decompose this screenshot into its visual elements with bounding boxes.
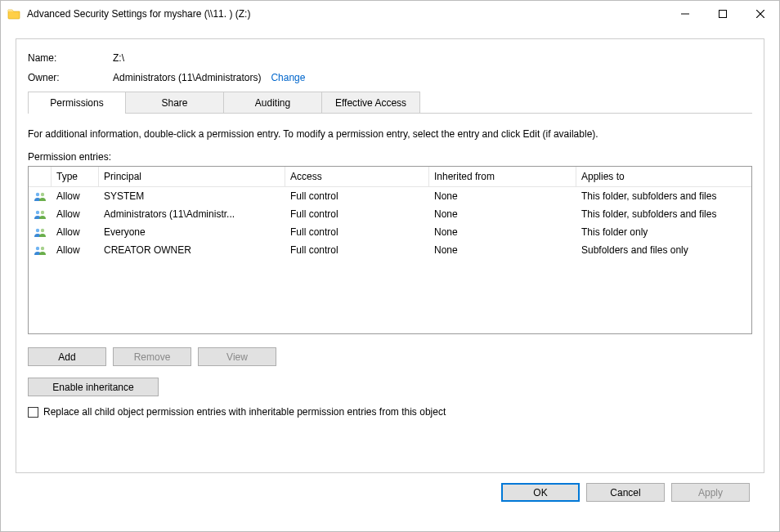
tab-share[interactable]: Share [126,92,224,114]
users-icon [29,190,52,203]
add-button[interactable]: Add [28,347,106,366]
cell-type: Allow [52,189,99,203]
tab-effective-access[interactable]: Effective Access [322,92,420,114]
col-inherited-header[interactable]: Inherited from [429,167,576,186]
cell-type: Allow [52,243,99,257]
cell-inherited: None [429,225,576,239]
name-label: Name: [28,52,113,64]
cell-access: Full control [285,189,429,203]
users-icon [29,244,52,257]
minimize-button[interactable] [666,1,704,27]
entries-label: Permission entries: [28,151,752,163]
col-applies-header[interactable]: Applies to [576,167,751,186]
cell-applies: This folder only [576,225,751,239]
col-access-header[interactable]: Access [285,167,429,186]
cell-applies: This folder, subfolders and files [576,207,751,221]
cell-inherited: None [429,243,576,257]
window-title: Advanced Security Settings for myshare (… [27,8,666,20]
title-bar: Advanced Security Settings for myshare (… [1,1,779,27]
cell-inherited: None [429,189,576,203]
remove-button: Remove [113,347,191,366]
change-owner-link[interactable]: Change [271,72,305,83]
view-button: View [198,347,276,366]
tab-divider [28,113,752,114]
users-icon [29,208,52,221]
svg-point-9 [41,229,44,232]
table-header: Type Principal Access Inherited from App… [29,167,751,187]
description-text: For additional information, double-click… [28,128,752,140]
cell-applies: Subfolders and files only [576,243,751,257]
cancel-button[interactable]: Cancel [586,483,665,502]
replace-checkbox-row: Replace all child object permission entr… [28,406,752,418]
cell-access: Full control [285,225,429,239]
cell-principal: CREATOR OWNER [99,243,285,257]
enable-inheritance-button[interactable]: Enable inheritance [28,378,159,396]
owner-label: Owner: [28,72,113,83]
svg-point-8 [36,229,39,232]
owner-value: Administrators (11\Administrators) [113,72,261,83]
svg-point-4 [36,193,39,196]
svg-point-5 [41,193,44,196]
window-controls [666,1,779,27]
col-type-header[interactable]: Type [52,167,99,186]
main-panel: Name: Z:\ Owner: Administrators (11\Admi… [16,38,764,473]
col-principal-header[interactable]: Principal [99,167,285,186]
tab-auditing[interactable]: Auditing [224,92,322,114]
table-row[interactable]: Allow Everyone Full control None This fo… [29,223,751,241]
replace-checkbox[interactable] [28,407,38,418]
svg-point-11 [41,247,44,250]
name-row: Name: Z:\ [28,52,752,64]
maximize-button[interactable] [704,1,742,27]
cell-principal: Everyone [99,225,285,239]
replace-checkbox-label: Replace all child object permission entr… [43,406,446,418]
owner-row: Owner: Administrators (11\Administrators… [28,72,752,83]
folder-icon [7,7,20,20]
ok-button[interactable]: OK [501,483,580,502]
close-button[interactable] [742,1,779,27]
svg-point-7 [41,211,44,214]
permission-table[interactable]: Type Principal Access Inherited from App… [28,166,752,334]
cell-type: Allow [52,225,99,239]
users-icon [29,226,52,239]
tab-permissions[interactable]: Permissions [28,92,126,114]
svg-point-10 [36,247,39,250]
svg-rect-1 [719,11,727,18]
dialog-footer: OK Cancel Apply [16,473,764,512]
name-value: Z:\ [113,52,124,64]
cell-applies: This folder, subfolders and files [576,189,751,203]
cell-type: Allow [52,207,99,221]
tab-strip: Permissions Share Auditing Effective Acc… [28,92,752,114]
table-row[interactable]: Allow Administrators (11\Administr... Fu… [29,205,751,223]
svg-point-6 [36,211,39,214]
cell-principal: SYSTEM [99,189,285,203]
entry-button-row: Add Remove View [28,347,752,366]
apply-button: Apply [671,483,750,502]
cell-access: Full control [285,207,429,221]
col-icon-header [29,167,52,186]
cell-access: Full control [285,243,429,257]
table-row[interactable]: Allow CREATOR OWNER Full control None Su… [29,241,751,259]
cell-principal: Administrators (11\Administr... [99,207,285,221]
enable-inheritance-row: Enable inheritance [28,378,752,396]
cell-inherited: None [429,207,576,221]
table-row[interactable]: Allow SYSTEM Full control None This fold… [29,187,751,205]
